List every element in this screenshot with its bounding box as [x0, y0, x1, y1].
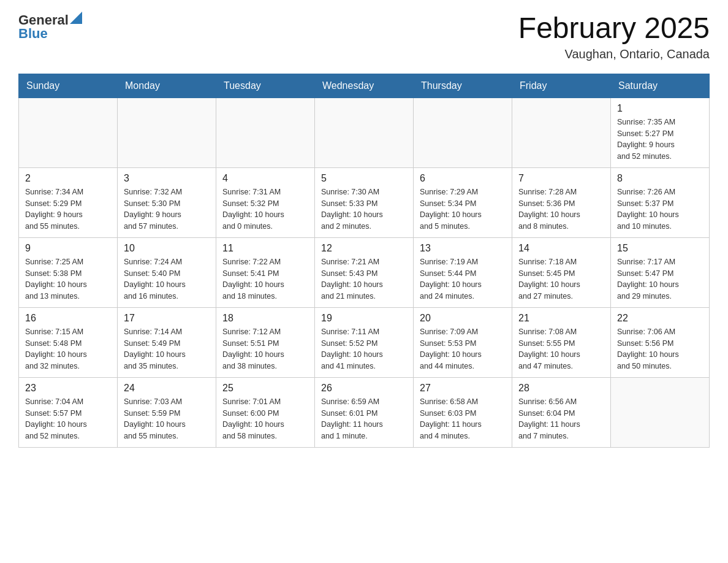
day-number: 3	[124, 173, 210, 184]
day-info: Sunrise: 7:12 AMSunset: 5:51 PMDaylight:…	[222, 326, 308, 372]
day-info: Sunrise: 7:21 AMSunset: 5:43 PMDaylight:…	[321, 256, 407, 302]
day-info: Sunrise: 7:22 AMSunset: 5:41 PMDaylight:…	[222, 256, 308, 302]
calendar-cell: 8Sunrise: 7:26 AMSunset: 5:37 PMDaylight…	[611, 167, 710, 237]
week-row-4: 16Sunrise: 7:15 AMSunset: 5:48 PMDayligh…	[19, 307, 710, 377]
day-info: Sunrise: 7:29 AMSunset: 5:34 PMDaylight:…	[420, 186, 506, 232]
day-number: 22	[617, 313, 703, 324]
title-area: February 2025 Vaughan, Ontario, Canada	[518, 12, 710, 61]
day-number: 18	[222, 313, 308, 324]
calendar-cell: 5Sunrise: 7:30 AMSunset: 5:33 PMDaylight…	[315, 167, 414, 237]
calendar-cell: 2Sunrise: 7:34 AMSunset: 5:29 PMDaylight…	[19, 167, 118, 237]
day-number: 19	[321, 313, 407, 324]
day-info: Sunrise: 7:19 AMSunset: 5:44 PMDaylight:…	[420, 256, 506, 302]
week-row-2: 2Sunrise: 7:34 AMSunset: 5:29 PMDaylight…	[19, 167, 710, 237]
week-row-3: 9Sunrise: 7:25 AMSunset: 5:38 PMDaylight…	[19, 237, 710, 307]
day-number: 14	[518, 243, 604, 254]
day-info: Sunrise: 7:25 AMSunset: 5:38 PMDaylight:…	[25, 256, 111, 302]
calendar-cell	[611, 377, 710, 447]
day-info: Sunrise: 7:03 AMSunset: 5:59 PMDaylight:…	[124, 396, 210, 442]
day-number: 28	[518, 383, 604, 394]
day-number: 8	[617, 173, 703, 184]
day-number: 6	[420, 173, 506, 184]
logo-triangle-icon	[70, 12, 82, 24]
week-row-1: 1Sunrise: 7:35 AMSunset: 5:27 PMDaylight…	[19, 98, 710, 167]
day-number: 5	[321, 173, 407, 184]
calendar-cell: 26Sunrise: 6:59 AMSunset: 6:01 PMDayligh…	[315, 377, 414, 447]
calendar-cell: 12Sunrise: 7:21 AMSunset: 5:43 PMDayligh…	[315, 237, 414, 307]
day-info: Sunrise: 7:32 AMSunset: 5:30 PMDaylight:…	[124, 186, 210, 232]
day-number: 9	[25, 243, 111, 254]
calendar-cell: 11Sunrise: 7:22 AMSunset: 5:41 PMDayligh…	[216, 237, 315, 307]
day-info: Sunrise: 7:26 AMSunset: 5:37 PMDaylight:…	[617, 186, 703, 232]
calendar-title: February 2025	[518, 12, 710, 45]
weekday-header-tuesday: Tuesday	[216, 74, 315, 98]
day-info: Sunrise: 6:58 AMSunset: 6:03 PMDaylight:…	[420, 396, 506, 442]
calendar-cell: 28Sunrise: 6:56 AMSunset: 6:04 PMDayligh…	[512, 377, 611, 447]
weekday-header-sunday: Sunday	[19, 74, 118, 98]
weekday-header-thursday: Thursday	[414, 74, 512, 98]
day-info: Sunrise: 7:18 AMSunset: 5:45 PMDaylight:…	[518, 256, 604, 302]
calendar-cell	[512, 98, 611, 167]
day-info: Sunrise: 7:15 AMSunset: 5:48 PMDaylight:…	[25, 326, 111, 372]
day-info: Sunrise: 7:34 AMSunset: 5:29 PMDaylight:…	[25, 186, 111, 232]
day-number: 26	[321, 383, 407, 394]
day-info: Sunrise: 7:30 AMSunset: 5:33 PMDaylight:…	[321, 186, 407, 232]
calendar-cell: 24Sunrise: 7:03 AMSunset: 5:59 PMDayligh…	[118, 377, 216, 447]
weekday-header-friday: Friday	[512, 74, 611, 98]
calendar-cell: 1Sunrise: 7:35 AMSunset: 5:27 PMDaylight…	[611, 98, 710, 167]
day-number: 4	[222, 173, 308, 184]
calendar-cell: 13Sunrise: 7:19 AMSunset: 5:44 PMDayligh…	[414, 237, 512, 307]
calendar-cell: 9Sunrise: 7:25 AMSunset: 5:38 PMDaylight…	[19, 237, 118, 307]
day-number: 20	[420, 313, 506, 324]
day-number: 7	[518, 173, 604, 184]
day-info: Sunrise: 7:24 AMSunset: 5:40 PMDaylight:…	[124, 256, 210, 302]
day-number: 27	[420, 383, 506, 394]
day-number: 15	[617, 243, 703, 254]
day-number: 21	[518, 313, 604, 324]
day-number: 11	[222, 243, 308, 254]
day-info: Sunrise: 7:35 AMSunset: 5:27 PMDaylight:…	[617, 117, 703, 163]
day-number: 2	[25, 173, 111, 184]
day-info: Sunrise: 7:01 AMSunset: 6:00 PMDaylight:…	[222, 396, 308, 442]
calendar-cell	[19, 98, 118, 167]
weekday-header-saturday: Saturday	[611, 74, 710, 98]
day-number: 24	[124, 383, 210, 394]
calendar-cell: 22Sunrise: 7:06 AMSunset: 5:56 PMDayligh…	[611, 307, 710, 377]
calendar-cell	[118, 98, 216, 167]
day-info: Sunrise: 7:04 AMSunset: 5:57 PMDaylight:…	[25, 396, 111, 442]
day-number: 13	[420, 243, 506, 254]
day-info: Sunrise: 7:31 AMSunset: 5:32 PMDaylight:…	[222, 186, 308, 232]
day-number: 1	[617, 103, 703, 114]
calendar-cell: 20Sunrise: 7:09 AMSunset: 5:53 PMDayligh…	[414, 307, 512, 377]
day-info: Sunrise: 6:56 AMSunset: 6:04 PMDaylight:…	[518, 396, 604, 442]
day-number: 23	[25, 383, 111, 394]
calendar-cell: 25Sunrise: 7:01 AMSunset: 6:00 PMDayligh…	[216, 377, 315, 447]
calendar-table: SundayMondayTuesdayWednesdayThursdayFrid…	[18, 74, 710, 448]
logo: General Blue	[18, 12, 82, 42]
calendar-cell: 23Sunrise: 7:04 AMSunset: 5:57 PMDayligh…	[19, 377, 118, 447]
logo-wordmark: General Blue	[18, 12, 82, 42]
calendar-cell: 18Sunrise: 7:12 AMSunset: 5:51 PMDayligh…	[216, 307, 315, 377]
day-info: Sunrise: 7:08 AMSunset: 5:55 PMDaylight:…	[518, 326, 604, 372]
calendar-cell: 16Sunrise: 7:15 AMSunset: 5:48 PMDayligh…	[19, 307, 118, 377]
day-info: Sunrise: 6:59 AMSunset: 6:01 PMDaylight:…	[321, 396, 407, 442]
day-number: 16	[25, 313, 111, 324]
calendar-cell: 17Sunrise: 7:14 AMSunset: 5:49 PMDayligh…	[118, 307, 216, 377]
calendar-cell	[216, 98, 315, 167]
calendar-cell	[315, 98, 414, 167]
calendar-cell: 3Sunrise: 7:32 AMSunset: 5:30 PMDaylight…	[118, 167, 216, 237]
weekday-header-monday: Monday	[118, 74, 216, 98]
day-info: Sunrise: 7:28 AMSunset: 5:36 PMDaylight:…	[518, 186, 604, 232]
calendar-cell: 15Sunrise: 7:17 AMSunset: 5:47 PMDayligh…	[611, 237, 710, 307]
calendar-cell: 4Sunrise: 7:31 AMSunset: 5:32 PMDaylight…	[216, 167, 315, 237]
calendar-cell: 21Sunrise: 7:08 AMSunset: 5:55 PMDayligh…	[512, 307, 611, 377]
weekday-header-wednesday: Wednesday	[315, 74, 414, 98]
weekday-header-row: SundayMondayTuesdayWednesdayThursdayFrid…	[19, 74, 710, 98]
day-number: 25	[222, 383, 308, 394]
calendar-cell: 10Sunrise: 7:24 AMSunset: 5:40 PMDayligh…	[118, 237, 216, 307]
day-number: 17	[124, 313, 210, 324]
calendar-cell: 6Sunrise: 7:29 AMSunset: 5:34 PMDaylight…	[414, 167, 512, 237]
day-number: 12	[321, 243, 407, 254]
calendar-cell: 19Sunrise: 7:11 AMSunset: 5:52 PMDayligh…	[315, 307, 414, 377]
day-info: Sunrise: 7:09 AMSunset: 5:53 PMDaylight:…	[420, 326, 506, 372]
